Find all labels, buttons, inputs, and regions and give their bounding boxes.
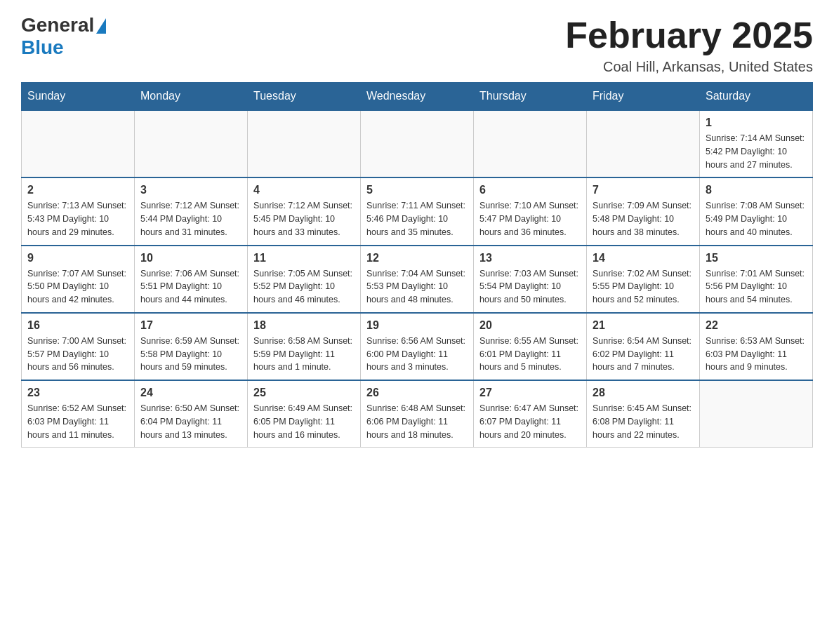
day-number: 26 xyxy=(366,387,468,399)
day-number: 16 xyxy=(27,319,128,332)
calendar-day-cell: 25Sunrise: 6:49 AM Sunset: 6:05 PM Dayli… xyxy=(248,380,361,448)
logo-general-text: General xyxy=(21,14,94,36)
day-info: Sunrise: 7:07 AM Sunset: 5:50 PM Dayligh… xyxy=(27,267,128,307)
calendar-day-header: Wednesday xyxy=(361,83,474,111)
day-number: 25 xyxy=(253,387,355,399)
day-info: Sunrise: 7:13 AM Sunset: 5:43 PM Dayligh… xyxy=(27,199,128,239)
day-info: Sunrise: 7:09 AM Sunset: 5:48 PM Dayligh… xyxy=(593,199,694,239)
calendar-week-row: 23Sunrise: 6:52 AM Sunset: 6:03 PM Dayli… xyxy=(22,380,813,448)
calendar-day-header: Thursday xyxy=(474,83,587,111)
calendar-day-cell: 6Sunrise: 7:10 AM Sunset: 5:47 PM Daylig… xyxy=(474,177,587,245)
calendar-day-header: Sunday xyxy=(22,83,135,111)
day-info: Sunrise: 6:54 AM Sunset: 6:02 PM Dayligh… xyxy=(593,335,694,374)
calendar-day-cell: 19Sunrise: 6:56 AM Sunset: 6:00 PM Dayli… xyxy=(361,313,474,380)
page-header: General Blue February 2025 Coal Hill, Ar… xyxy=(21,14,813,75)
logo: General Blue xyxy=(21,14,106,59)
calendar-week-row: 9Sunrise: 7:07 AM Sunset: 5:50 PM Daylig… xyxy=(22,246,813,313)
day-number: 14 xyxy=(593,252,694,264)
calendar-day-cell: 8Sunrise: 7:08 AM Sunset: 5:49 PM Daylig… xyxy=(700,177,813,245)
calendar-day-cell: 28Sunrise: 6:45 AM Sunset: 6:08 PM Dayli… xyxy=(587,380,700,448)
day-info: Sunrise: 6:47 AM Sunset: 6:07 PM Dayligh… xyxy=(479,402,581,441)
calendar-day-header: Friday xyxy=(587,83,700,111)
day-info: Sunrise: 6:50 AM Sunset: 6:04 PM Dayligh… xyxy=(140,402,241,441)
day-info: Sunrise: 7:08 AM Sunset: 5:49 PM Dayligh… xyxy=(706,199,807,239)
day-number: 22 xyxy=(706,319,807,332)
calendar-day-cell xyxy=(700,380,813,448)
day-number: 18 xyxy=(253,319,355,332)
calendar-day-cell: 5Sunrise: 7:11 AM Sunset: 5:46 PM Daylig… xyxy=(361,177,474,245)
calendar-day-cell: 12Sunrise: 7:04 AM Sunset: 5:53 PM Dayli… xyxy=(361,246,474,313)
calendar-day-cell: 7Sunrise: 7:09 AM Sunset: 5:48 PM Daylig… xyxy=(587,177,700,245)
calendar-day-cell: 20Sunrise: 6:55 AM Sunset: 6:01 PM Dayli… xyxy=(474,313,587,380)
calendar-day-cell: 27Sunrise: 6:47 AM Sunset: 6:07 PM Dayli… xyxy=(474,380,587,448)
calendar-day-header: Monday xyxy=(135,83,248,111)
day-info: Sunrise: 7:05 AM Sunset: 5:52 PM Dayligh… xyxy=(253,267,355,307)
day-info: Sunrise: 6:59 AM Sunset: 5:58 PM Dayligh… xyxy=(140,335,241,374)
calendar-week-row: 16Sunrise: 7:00 AM Sunset: 5:57 PM Dayli… xyxy=(22,313,813,380)
day-number: 10 xyxy=(140,252,241,264)
calendar-day-cell: 3Sunrise: 7:12 AM Sunset: 5:44 PM Daylig… xyxy=(135,177,248,245)
logo-blue-text: Blue xyxy=(21,36,64,59)
day-info: Sunrise: 7:01 AM Sunset: 5:56 PM Dayligh… xyxy=(706,267,807,307)
day-info: Sunrise: 6:52 AM Sunset: 6:03 PM Dayligh… xyxy=(27,402,128,441)
calendar-day-cell xyxy=(22,110,135,177)
day-info: Sunrise: 7:10 AM Sunset: 5:47 PM Dayligh… xyxy=(479,199,581,239)
logo-triangle-icon xyxy=(96,18,106,34)
calendar-day-cell: 14Sunrise: 7:02 AM Sunset: 5:55 PM Dayli… xyxy=(587,246,700,313)
day-number: 28 xyxy=(593,387,694,399)
calendar-week-row: 2Sunrise: 7:13 AM Sunset: 5:43 PM Daylig… xyxy=(22,177,813,245)
calendar-day-cell: 17Sunrise: 6:59 AM Sunset: 5:58 PM Dayli… xyxy=(135,313,248,380)
day-info: Sunrise: 6:45 AM Sunset: 6:08 PM Dayligh… xyxy=(593,402,694,441)
day-info: Sunrise: 6:58 AM Sunset: 5:59 PM Dayligh… xyxy=(253,335,355,374)
day-info: Sunrise: 7:00 AM Sunset: 5:57 PM Dayligh… xyxy=(27,335,128,374)
day-number: 24 xyxy=(140,387,241,399)
calendar-day-cell: 4Sunrise: 7:12 AM Sunset: 5:45 PM Daylig… xyxy=(248,177,361,245)
calendar-day-cell: 21Sunrise: 6:54 AM Sunset: 6:02 PM Dayli… xyxy=(587,313,700,380)
calendar-day-cell: 26Sunrise: 6:48 AM Sunset: 6:06 PM Dayli… xyxy=(361,380,474,448)
day-number: 13 xyxy=(479,252,581,264)
day-number: 1 xyxy=(706,116,807,129)
calendar-table: SundayMondayTuesdayWednesdayThursdayFrid… xyxy=(21,82,813,448)
day-number: 8 xyxy=(706,184,807,196)
calendar-day-cell: 15Sunrise: 7:01 AM Sunset: 5:56 PM Dayli… xyxy=(700,246,813,313)
calendar-day-cell xyxy=(135,110,248,177)
day-info: Sunrise: 6:49 AM Sunset: 6:05 PM Dayligh… xyxy=(253,402,355,441)
day-number: 17 xyxy=(140,319,241,332)
day-info: Sunrise: 6:53 AM Sunset: 6:03 PM Dayligh… xyxy=(706,335,807,374)
day-number: 27 xyxy=(479,387,581,399)
day-number: 20 xyxy=(479,319,581,332)
calendar-day-header: Tuesday xyxy=(248,83,361,111)
day-number: 3 xyxy=(140,184,241,196)
day-info: Sunrise: 6:56 AM Sunset: 6:00 PM Dayligh… xyxy=(366,335,468,374)
calendar-day-cell: 22Sunrise: 6:53 AM Sunset: 6:03 PM Dayli… xyxy=(700,313,813,380)
logo-general: General xyxy=(21,14,106,36)
calendar-day-cell xyxy=(361,110,474,177)
calendar-day-cell: 11Sunrise: 7:05 AM Sunset: 5:52 PM Dayli… xyxy=(248,246,361,313)
calendar-day-cell: 18Sunrise: 6:58 AM Sunset: 5:59 PM Dayli… xyxy=(248,313,361,380)
day-info: Sunrise: 7:12 AM Sunset: 5:45 PM Dayligh… xyxy=(253,199,355,239)
day-number: 9 xyxy=(27,252,128,264)
day-number: 4 xyxy=(253,184,355,196)
day-info: Sunrise: 7:02 AM Sunset: 5:55 PM Dayligh… xyxy=(593,267,694,307)
page-subtitle: Coal Hill, Arkansas, United States xyxy=(565,59,813,75)
day-info: Sunrise: 6:55 AM Sunset: 6:01 PM Dayligh… xyxy=(479,335,581,374)
calendar-day-cell xyxy=(248,110,361,177)
day-info: Sunrise: 7:06 AM Sunset: 5:51 PM Dayligh… xyxy=(140,267,241,307)
calendar-day-header: Saturday xyxy=(700,83,813,111)
calendar-day-cell: 10Sunrise: 7:06 AM Sunset: 5:51 PM Dayli… xyxy=(135,246,248,313)
day-number: 11 xyxy=(253,252,355,264)
calendar-day-cell: 23Sunrise: 6:52 AM Sunset: 6:03 PM Dayli… xyxy=(22,380,135,448)
calendar-day-cell: 24Sunrise: 6:50 AM Sunset: 6:04 PM Dayli… xyxy=(135,380,248,448)
calendar-day-cell: 9Sunrise: 7:07 AM Sunset: 5:50 PM Daylig… xyxy=(22,246,135,313)
calendar-day-cell: 2Sunrise: 7:13 AM Sunset: 5:43 PM Daylig… xyxy=(22,177,135,245)
page-title: February 2025 xyxy=(565,14,813,56)
calendar-day-cell: 13Sunrise: 7:03 AM Sunset: 5:54 PM Dayli… xyxy=(474,246,587,313)
day-info: Sunrise: 7:03 AM Sunset: 5:54 PM Dayligh… xyxy=(479,267,581,307)
day-number: 6 xyxy=(479,184,581,196)
calendar-day-cell xyxy=(587,110,700,177)
day-number: 5 xyxy=(366,184,468,196)
calendar-header-row: SundayMondayTuesdayWednesdayThursdayFrid… xyxy=(22,83,813,111)
day-number: 7 xyxy=(593,184,694,196)
day-info: Sunrise: 7:14 AM Sunset: 5:42 PM Dayligh… xyxy=(706,132,807,171)
day-number: 23 xyxy=(27,387,128,399)
